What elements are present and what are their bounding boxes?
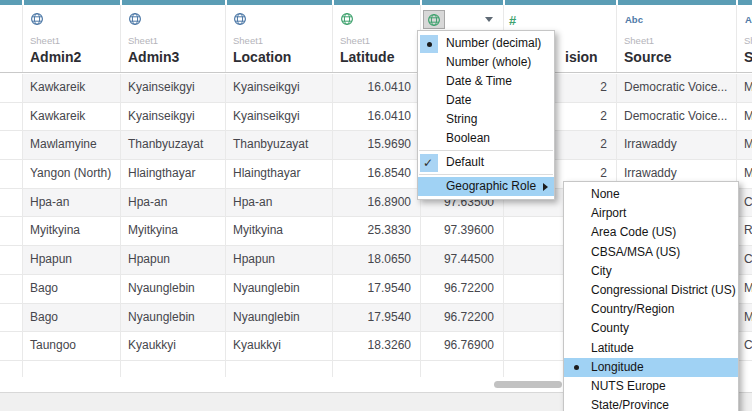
cell-latitude: 16.0410: [333, 74, 421, 103]
cell-location: Thanbyuzayat: [226, 131, 333, 160]
data-type-button-pressed[interactable]: [423, 10, 445, 29]
column-header-location[interactable]: Sheet1Location: [226, 5, 333, 72]
cell-admin2: Taungoo: [23, 332, 121, 361]
cell-latitude: 16.0410: [333, 103, 421, 132]
geographic-globe-icon[interactable]: [340, 12, 354, 26]
text-type-icon[interactable]: Abc: [745, 14, 752, 25]
type-menu-item-boolean[interactable]: Boolean: [418, 129, 554, 148]
cell-admin2: Myitkyina: [23, 217, 121, 246]
empty-cell: [0, 361, 23, 377]
cell-admin3: Myitkyina: [121, 217, 226, 246]
selected-radio-icon: [420, 35, 438, 53]
cell-state: C: [737, 189, 752, 218]
geo-role-item-county[interactable]: County: [564, 319, 738, 338]
geo-role-item-latitude[interactable]: Latitude: [564, 339, 738, 358]
geographic-globe-icon[interactable]: [30, 12, 44, 26]
cell-gutter: [0, 246, 23, 275]
cell-location: Myitkyina: [226, 217, 333, 246]
cell-latitude: 17.9540: [333, 304, 421, 333]
submenu-item-label: City: [591, 262, 612, 281]
submenu-arrow-icon: [543, 183, 548, 191]
submenu-item-label: NUTS Europe: [591, 377, 666, 396]
text-type-icon[interactable]: Abc: [625, 14, 643, 25]
cell-source: Irrawaddy: [617, 131, 737, 160]
cell-admin2: Mawlamyine: [23, 131, 121, 160]
cell-longitude: 96.72200: [421, 304, 504, 333]
geo-role-item-state-province[interactable]: State/Province: [564, 396, 738, 411]
cell-latitude: 16.8540: [333, 160, 421, 189]
type-menu-item-date-time[interactable]: Date & Time: [418, 72, 554, 91]
cell-state: M: [737, 304, 752, 333]
geo-role-item-none[interactable]: None: [564, 185, 738, 204]
column-header-admin3[interactable]: Sheet1Admin3: [121, 5, 226, 72]
geo-role-item-nuts-europe[interactable]: NUTS Europe: [564, 377, 738, 396]
column-header-admin2[interactable]: Sheet1Admin2: [23, 5, 121, 72]
geo-role-item-cbsa-msa-us[interactable]: CBSA/MSA (US): [564, 243, 738, 262]
cell-state: C: [737, 332, 752, 361]
column-header-latitude[interactable]: Sheet1Latitude: [333, 5, 421, 72]
type-menu-item-number-whole[interactable]: Number (whole): [418, 53, 554, 72]
geo-role-item-longitude[interactable]: Longitude: [564, 358, 738, 377]
cell-latitude: 18.0650: [333, 246, 421, 275]
cell-gutter: [0, 189, 23, 218]
geographic-globe-icon[interactable]: [233, 12, 247, 26]
dropdown-caret-icon[interactable]: [485, 17, 493, 22]
sheet-label: Sheet1: [744, 35, 752, 46]
table-row: MawlamyineThanbyuzayatThanbyuzayat15.969…: [0, 131, 752, 160]
sheet-label: Sheet1: [624, 35, 654, 46]
empty-cell: [121, 361, 226, 377]
horizontal-scrollbar-handle[interactable]: [494, 381, 562, 388]
cell-admin3: Nyaunglebin: [121, 304, 226, 333]
column-name: Latitude: [340, 49, 394, 65]
cell-admin2: Hpapun: [23, 246, 121, 275]
cell-gutter: [0, 160, 23, 189]
empty-cell: [226, 361, 333, 377]
cell-longitude: 97.44500: [421, 246, 504, 275]
submenu-item-label: Country/Region: [591, 300, 674, 319]
type-menu-item-geographic-role[interactable]: Geographic Role: [418, 177, 554, 196]
number-type-icon[interactable]: #: [509, 13, 516, 28]
cell-state: C: [737, 246, 752, 275]
type-menu-item-date[interactable]: Date: [418, 91, 554, 110]
geo-role-item-airport[interactable]: Airport: [564, 204, 738, 223]
cell-location: Nyaunglebin: [226, 304, 333, 333]
cell-admin3: Kyainseikgyi: [121, 74, 226, 103]
geo-role-item-city[interactable]: City: [564, 262, 738, 281]
sheet-label: Sheet1: [128, 35, 158, 46]
cell-location: Hlaingthayar: [226, 160, 333, 189]
cell-state: R: [737, 217, 752, 246]
cell-longitude: 96.72200: [421, 275, 504, 304]
type-menu-item-default[interactable]: ✓Default: [418, 153, 554, 172]
cell-longitude: 97.39600: [421, 217, 504, 246]
geo-role-item-area-code-us[interactable]: Area Code (US): [564, 223, 738, 242]
type-menu-item-number-decimal[interactable]: Number (decimal): [418, 34, 554, 53]
type-menu-item-string[interactable]: String: [418, 110, 554, 129]
submenu-item-label: Latitude: [591, 339, 634, 358]
menu-item-label: Number (whole): [446, 53, 531, 72]
cell-source: Democratic Voice...: [617, 74, 737, 103]
column-header-row: Sheet1Admin2Sheet1Admin3Sheet1LocationSh…: [0, 5, 752, 73]
cell-gutter: [0, 131, 23, 160]
table-row: KawkareikKyainseikgyiKyainseikgyi16.0410…: [0, 103, 752, 132]
cell-admin2: Kawkareik: [23, 74, 121, 103]
cell-admin3: Nyaunglebin: [121, 275, 226, 304]
menu-item-label: Boolean: [446, 129, 490, 148]
cell-admin2: Bago: [23, 275, 121, 304]
empty-cell: [737, 361, 752, 377]
selected-bullet-icon: [574, 365, 579, 370]
menu-item-label: Date: [446, 91, 471, 110]
cell-location: Hpapun: [226, 246, 333, 275]
geographic-globe-icon[interactable]: [128, 12, 142, 26]
submenu-item-label: Longitude: [591, 358, 644, 377]
column-name: ision: [565, 49, 598, 65]
cell-location: Kyainseikgyi: [226, 74, 333, 103]
cell-gutter: [0, 275, 23, 304]
geo-role-item-congressional-district-us[interactable]: Congressional District (US): [564, 281, 738, 300]
column-header-s[interactable]: AbcSheet1S: [737, 5, 752, 72]
sheet-label: Sheet1: [30, 35, 60, 46]
submenu-item-label: County: [591, 319, 629, 338]
column-name: S: [744, 49, 752, 65]
geo-role-item-country-region[interactable]: Country/Region: [564, 300, 738, 319]
column-header-source[interactable]: AbcSheet1Source: [617, 5, 737, 72]
menu-separator: [419, 174, 553, 175]
